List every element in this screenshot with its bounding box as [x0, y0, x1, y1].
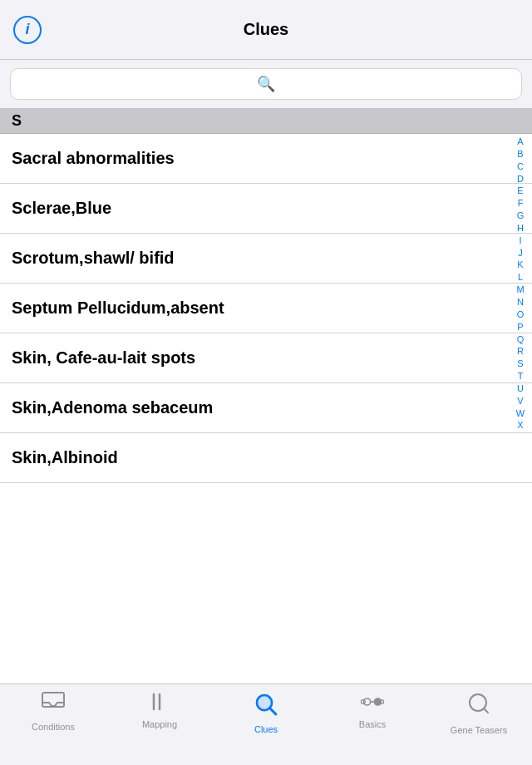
alpha-index: ABCDEFGHIJKLMNOPQRSTUVWX — [509, 134, 532, 433]
mapping-icon — [147, 691, 172, 716]
header: i Clues — [0, 0, 532, 60]
alpha-letter-o[interactable]: O — [517, 308, 525, 321]
search-bar[interactable]: 🔍 — [10, 68, 522, 100]
tab-mapping[interactable]: Mapping — [106, 691, 213, 729]
search-container: 🔍 — [0, 60, 532, 109]
alpha-letter-b[interactable]: B — [517, 148, 523, 160]
alpha-letter-s[interactable]: S — [517, 358, 523, 370]
alpha-letter-p[interactable]: P — [517, 321, 523, 333]
alpha-letter-q[interactable]: Q — [517, 333, 525, 346]
tab-conditions-label: Conditions — [32, 722, 75, 732]
tab-conditions[interactable]: Conditions — [0, 691, 106, 732]
alpha-letter-c[interactable]: C — [517, 160, 524, 173]
alpha-letter-t[interactable]: T — [518, 370, 524, 382]
alpha-letter-a[interactable]: A — [517, 136, 523, 148]
alpha-letter-e[interactable]: E — [517, 185, 523, 197]
alpha-letter-m[interactable]: M — [516, 284, 524, 296]
search-icon: 🔍 — [257, 75, 275, 93]
list-item[interactable]: Sacral abnormalities — [0, 134, 532, 184]
list-item[interactable]: Skin,Albinoid — [0, 433, 532, 483]
alpha-letter-w[interactable]: W — [516, 407, 525, 420]
list-item[interactable]: Scrotum,shawl/ bifid — [0, 234, 532, 284]
alpha-letter-n[interactable]: N — [517, 296, 524, 308]
alpha-letter-i[interactable]: I — [519, 234, 521, 247]
alpha-letter-r[interactable]: R — [517, 345, 524, 358]
tab-clues[interactable]: Clues — [213, 691, 319, 734]
tab-basics[interactable]: Basics — [319, 691, 426, 729]
alpha-letter-k[interactable]: K — [517, 259, 523, 271]
tab-mapping-label: Mapping — [142, 719, 177, 729]
tab-clues-label: Clues — [254, 724, 278, 734]
conditions-icon — [41, 691, 66, 718]
tab-gene-teasers[interactable]: Gene Teasers — [426, 691, 532, 735]
alpha-letter-u[interactable]: U — [517, 382, 524, 395]
alpha-letter-d[interactable]: D — [517, 173, 524, 185]
list-item[interactable]: Skin,Adenoma sebaceum — [0, 383, 532, 433]
gene-teasers-icon — [466, 691, 491, 722]
list-item[interactable]: Septum Pellucidum,absent — [0, 284, 532, 333]
list-item[interactable]: Sclerae,Blue — [0, 184, 532, 234]
list-scroll: Sacral abnormalities Sclerae,Blue Scrotu… — [0, 134, 532, 679]
alpha-letter-f[interactable]: F — [518, 197, 524, 210]
clues-icon — [253, 691, 279, 721]
alpha-letter-v[interactable]: V — [517, 395, 523, 407]
tab-gene-teasers-label: Gene Teasers — [451, 725, 507, 735]
alpha-letter-j[interactable]: J — [518, 247, 523, 259]
svg-rect-0 — [42, 693, 64, 707]
info-button[interactable]: i — [13, 16, 42, 44]
alpha-letter-l[interactable]: L — [518, 271, 523, 284]
svg-point-10 — [361, 700, 365, 704]
alpha-letter-x[interactable]: X — [517, 419, 523, 432]
tab-bar: Conditions Mapping Clues — [0, 684, 532, 765]
section-header-s: S — [0, 109, 532, 134]
svg-line-13 — [484, 708, 488, 713]
list-item[interactable]: Skin, Cafe-au-lait spots — [0, 333, 532, 383]
basics-icon — [359, 691, 386, 716]
alpha-letter-h[interactable]: H — [517, 222, 524, 234]
page-title: Clues — [244, 20, 288, 39]
list-container: Sacral abnormalities Sclerae,Blue Scrotu… — [0, 134, 532, 483]
svg-line-6 — [269, 708, 276, 714]
alpha-letter-g[interactable]: G — [517, 210, 525, 222]
tab-basics-label: Basics — [359, 719, 386, 729]
